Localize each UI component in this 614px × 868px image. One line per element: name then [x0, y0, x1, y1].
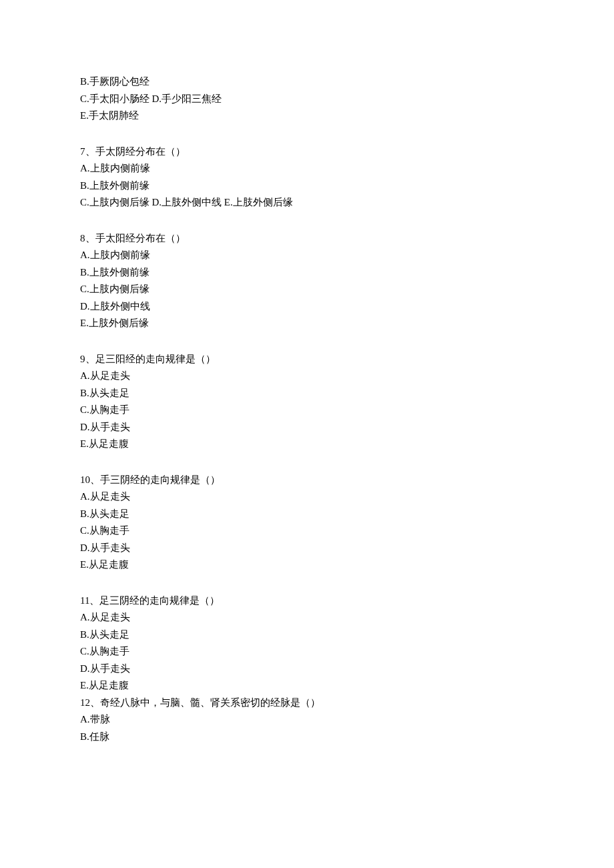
question-text: 12、奇经八脉中，与脑、髓、肾关系密切的经脉是（） — [80, 695, 534, 712]
question-text: 9、足三阳经的走向规律是（） — [80, 351, 534, 368]
option-text: A.带脉 — [80, 711, 534, 729]
option-text: A.上肢内侧前缘 — [80, 247, 534, 264]
document-page: B.手厥阴心包经 C.手太阳小肠经 D.手少阳三焦经 E.手太阴肺经 7、手太阴… — [0, 0, 614, 868]
question-text: 11、足三阴经的走向规律是（） — [80, 592, 534, 610]
option-text: D.从手走头 — [80, 540, 534, 557]
option-text: A.从足走头 — [80, 488, 534, 506]
option-text: B.从头走足 — [80, 506, 534, 523]
option-text: E.手太阴肺经 — [80, 107, 534, 125]
option-text: E.从足走腹 — [80, 677, 534, 695]
option-text: A.从足走头 — [80, 368, 534, 385]
question-10: 10、手三阴经的走向规律是（） A.从足走头 B.从头走足 C.从胸走手 D.从… — [80, 472, 534, 574]
option-text: C.从胸走手 — [80, 402, 534, 419]
question-8: 8、手太阳经分布在（） A.上肢内侧前缘 B.上肢外侧前缘 C.上肢内侧后缘 D… — [80, 230, 534, 332]
option-text: C.从胸走手 — [80, 522, 534, 540]
option-text: B.从头走足 — [80, 626, 534, 644]
option-text: D.从手走头 — [80, 661, 534, 678]
option-text: D.从手走头 — [80, 419, 534, 436]
option-text: E.从足走腹 — [80, 436, 534, 453]
question-6-tail: B.手厥阴心包经 C.手太阳小肠经 D.手少阳三焦经 E.手太阴肺经 — [80, 73, 534, 125]
option-text: E.从足走腹 — [80, 556, 534, 574]
question-text: 8、手太阳经分布在（） — [80, 230, 534, 248]
option-text: A.上肢内侧前缘 — [80, 160, 534, 177]
option-text: C.上肢内侧后缘 D.上肢外侧中线 E.上肢外侧后缘 — [80, 194, 534, 211]
option-text: C.手太阳小肠经 D.手少阳三焦经 — [80, 91, 534, 108]
option-text: B.从头走足 — [80, 385, 534, 402]
question-9: 9、足三阳经的走向规律是（） A.从足走头 B.从头走足 C.从胸走手 D.从手… — [80, 351, 534, 453]
option-text: B.上肢外侧前缘 — [80, 177, 534, 195]
question-text: 7、手太阴经分布在（） — [80, 143, 534, 161]
option-text: D.上肢外侧中线 — [80, 298, 534, 316]
option-text: C.从胸走手 — [80, 643, 534, 661]
option-text: B.手厥阴心包经 — [80, 73, 534, 91]
option-text: B.上肢外侧前缘 — [80, 264, 534, 282]
question-11-12: 11、足三阴经的走向规律是（） A.从足走头 B.从头走足 C.从胸走手 D.从… — [80, 592, 534, 746]
option-text: C.上肢内侧后缘 — [80, 281, 534, 298]
option-text: A.从足走头 — [80, 609, 534, 626]
option-text: B.任脉 — [80, 729, 534, 746]
option-text: E.上肢外侧后缘 — [80, 315, 534, 332]
question-text: 10、手三阴经的走向规律是（） — [80, 472, 534, 489]
question-7: 7、手太阴经分布在（） A.上肢内侧前缘 B.上肢外侧前缘 C.上肢内侧后缘 D… — [80, 143, 534, 211]
